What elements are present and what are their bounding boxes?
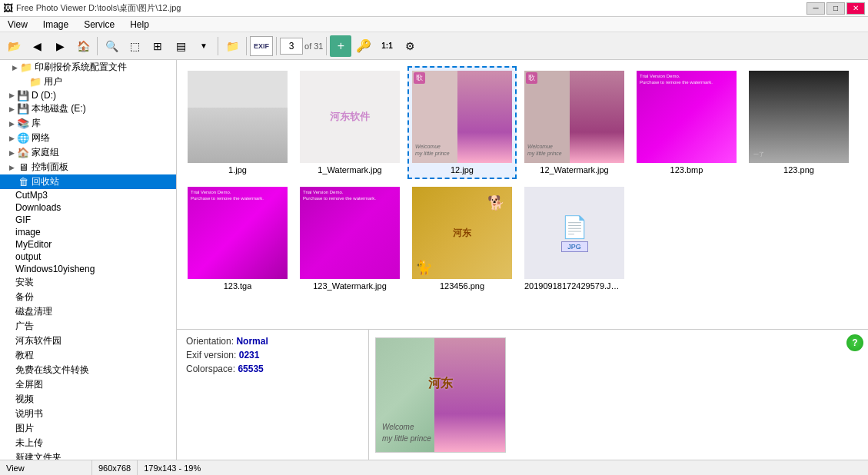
sidebar-item-downloads[interactable]: Downloads bbox=[0, 201, 176, 214]
grid-button[interactable]: ⊞ bbox=[147, 35, 168, 57]
sidebar-item-gif[interactable]: GIF bbox=[0, 214, 176, 226]
sep5 bbox=[326, 37, 327, 55]
orientation-row: Orientation: Normal bbox=[186, 336, 359, 347]
zoom-in-button[interactable]: 🔍 bbox=[101, 35, 122, 57]
network-icon: 🌐 bbox=[17, 133, 29, 144]
sidebar-item-recycle[interactable]: 🗑 回收站 bbox=[0, 174, 176, 189]
settings-button[interactable]: ⚙ bbox=[399, 35, 421, 57]
info-panel: Orientation: Normal Exif version: 0231 C… bbox=[177, 330, 369, 460]
status-dimensions: 960x768 bbox=[92, 460, 138, 475]
home-button[interactable]: 🏠 bbox=[72, 35, 94, 57]
sidebar-item-ads[interactable]: 广告 bbox=[0, 319, 176, 334]
status-info: 179x143 - 19% bbox=[138, 460, 868, 475]
home-icon: 🏠 bbox=[17, 148, 29, 158]
menu-service[interactable]: Service bbox=[79, 18, 119, 31]
sidebar-item-freeonline[interactable]: 免费在线文件转换 bbox=[0, 363, 176, 377]
thumb-img-1jpg bbox=[188, 71, 288, 163]
menu-help[interactable]: Help bbox=[125, 18, 154, 31]
sidebar-item-homegroup[interactable]: ▶ 🏠 家庭组 bbox=[0, 145, 176, 160]
sidebar-item-backup[interactable]: 备份 bbox=[0, 290, 176, 304]
open-button[interactable]: 📂 bbox=[3, 35, 25, 57]
sidebar-item-pics[interactable]: 图片 bbox=[0, 421, 176, 436]
sidebar-item-install[interactable]: 安装 bbox=[0, 275, 176, 290]
sidebar-item-output[interactable]: output bbox=[0, 251, 176, 263]
thumbnail-area: 1.jpg 河东软件 1_Watermark.jpg Welcomuemy li… bbox=[177, 60, 868, 460]
sidebar-item-newfolder[interactable]: 新建文件夹 bbox=[0, 450, 176, 460]
exif-value: 0231 bbox=[239, 350, 260, 360]
sidebar-item-network[interactable]: ▶ 🌐 网络 bbox=[0, 131, 176, 145]
view-mode-button[interactable]: ▼ bbox=[193, 35, 215, 57]
title-bar: 🖼 Free Photo Viewer D:\tools\桌面\图片\12.jp… bbox=[0, 0, 868, 17]
sidebar-item-yinshua[interactable]: ▶ 📁 印刷报价系统配置文件 bbox=[0, 60, 176, 75]
next-page-button[interactable]: 🔑 bbox=[353, 35, 374, 57]
sidebar-item-diskclean[interactable]: 磁盘清理 bbox=[0, 304, 176, 319]
thumbnail-123wm[interactable]: Trial Version Demo.Purchase to remove th… bbox=[295, 182, 404, 295]
sidebar-item-myeditor[interactable]: MyEditor bbox=[0, 238, 176, 251]
thumb-label-jpeg-long: 20190918172429579.JPEG bbox=[524, 281, 624, 291]
thumb-label-1jpg: 1.jpg bbox=[228, 165, 247, 174]
sidebar-item-controlpanel[interactable]: ▶ 🖥 控制面板 bbox=[0, 160, 176, 174]
main-area: ▶ 📁 印刷报价系统配置文件 📁 用户 ▶ 💾 D (D:) ▶ 💾 本地磁盘 … bbox=[0, 60, 868, 460]
close-button[interactable]: ✕ bbox=[846, 2, 865, 15]
menu-view[interactable]: View bbox=[3, 18, 32, 31]
thumbnail-12wm[interactable]: Welcomuemy little prince 歌 12_Watermark.… bbox=[520, 66, 629, 179]
thumb-label-123tga: 123.tga bbox=[224, 281, 252, 291]
thumbnail-123bmp[interactable]: Trial Version Demo.Purchase to remove th… bbox=[632, 66, 741, 179]
orientation-label: Orientation: bbox=[186, 336, 234, 347]
sidebar-item-e[interactable]: ▶ 💾 本地磁盘 (E:) bbox=[0, 101, 176, 116]
sidebar-item-hedong[interactable]: 河东软件园 bbox=[0, 334, 176, 348]
status-dims-text: 960x768 bbox=[98, 463, 131, 473]
thumb-img-123bmp: Trial Version Demo.Purchase to remove th… bbox=[637, 71, 737, 163]
info-help-icon[interactable]: ? bbox=[846, 334, 863, 351]
title-text: Free Photo Viewer D:\tools\桌面\图片\12.jpg bbox=[16, 2, 806, 14]
arrow-icon: ▶ bbox=[6, 105, 17, 113]
drive-icon: 💾 bbox=[17, 90, 29, 101]
maximize-button[interactable]: □ bbox=[826, 2, 845, 15]
sidebar-item-image[interactable]: image bbox=[0, 226, 176, 238]
thumbnail-123456png[interactable]: 河东 🐕 🐈 123456.png bbox=[407, 182, 517, 295]
folder-button[interactable]: 📁 bbox=[221, 35, 243, 57]
recycle-icon: 🗑 bbox=[17, 177, 29, 188]
arrow-icon: ▶ bbox=[6, 120, 17, 128]
sidebar-item-video[interactable]: 视频 bbox=[0, 392, 176, 407]
select-button[interactable]: ⬚ bbox=[124, 35, 145, 57]
sidebar: ▶ 📁 印刷报价系统配置文件 📁 用户 ▶ 💾 D (D:) ▶ 💾 本地磁盘 … bbox=[0, 60, 177, 460]
thumb-label-12jpg: 12.jpg bbox=[451, 165, 474, 174]
sidebar-item-library[interactable]: ▶ 📚 库 bbox=[0, 116, 176, 131]
thumb-label-123456png: 123456.png bbox=[440, 281, 484, 291]
sidebar-item-yonghu[interactable]: 📁 用户 bbox=[0, 75, 176, 89]
minimize-button[interactable]: ─ bbox=[806, 2, 825, 15]
thumbnail-1wm[interactable]: 河东软件 1_Watermark.jpg bbox=[295, 66, 404, 179]
sidebar-item-win10[interactable]: Windows10yisheng bbox=[0, 263, 176, 275]
thumbnail-12jpg[interactable]: Welcomuemy little prince 歌 12.jpg bbox=[407, 66, 517, 179]
panel-icon: 🖥 bbox=[17, 162, 29, 173]
status-bar: View 960x768 179x143 - 19% bbox=[0, 460, 868, 475]
thumb-img-jpeg-long: 📄 JPG bbox=[524, 187, 624, 279]
thumbs-button[interactable]: ▤ bbox=[170, 35, 191, 57]
exif-button[interactable]: EXIF bbox=[250, 36, 273, 56]
sidebar-item-cutmp3[interactable]: CutMp3 bbox=[0, 189, 176, 201]
sidebar-item-fullscreen[interactable]: 全屏图 bbox=[0, 377, 176, 392]
sidebar-item-manual[interactable]: 说明书 bbox=[0, 407, 176, 421]
orientation-value: Normal bbox=[236, 336, 268, 347]
thumb-img-123png: 一了 bbox=[749, 71, 849, 163]
prev-page-button[interactable]: + bbox=[330, 35, 351, 57]
thumb-img-1wm: 河东软件 bbox=[300, 71, 400, 163]
thumbnail-1jpg[interactable]: 1.jpg bbox=[183, 66, 292, 179]
sidebar-item-tutorial[interactable]: 教程 bbox=[0, 348, 176, 363]
arrow-icon: ▶ bbox=[9, 64, 20, 71]
menu-image[interactable]: Image bbox=[38, 18, 73, 31]
thumbnail-123png[interactable]: 一了 123.png bbox=[744, 66, 853, 179]
sidebar-item-notup[interactable]: 未上传 bbox=[0, 436, 176, 450]
thumbnail-123tga[interactable]: Trial Version Demo.Purchase to remove th… bbox=[183, 182, 292, 295]
arrow-icon: ▶ bbox=[6, 149, 17, 157]
forward-button[interactable]: ▶ bbox=[49, 35, 71, 57]
page-number-input[interactable] bbox=[280, 38, 303, 55]
zoom-fit-button[interactable]: 1:1 bbox=[376, 35, 397, 57]
app-icon: 🖼 bbox=[3, 2, 13, 14]
thumb-img-123456png: 河东 🐕 🐈 bbox=[412, 187, 512, 279]
thumbnail-jpeg-long[interactable]: 📄 JPG 20190918172429579.JPEG bbox=[520, 182, 629, 295]
page-navigator: of 31 bbox=[280, 38, 323, 55]
back-button[interactable]: ◀ bbox=[26, 35, 48, 57]
sidebar-item-d[interactable]: ▶ 💾 D (D:) bbox=[0, 89, 176, 101]
